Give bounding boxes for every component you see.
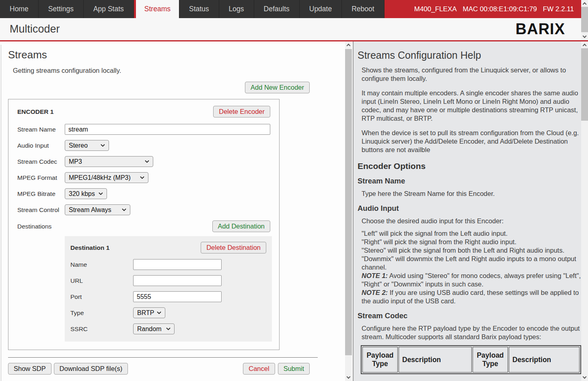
destination-ssrc-select[interactable]: Random xyxy=(133,323,175,334)
nav-tab-home[interactable]: Home xyxy=(0,0,39,18)
device-firmware: FW 2.2.11 xyxy=(543,5,574,13)
note-label: NOTE 1: xyxy=(362,272,388,279)
page-scrollbar-thumb[interactable] xyxy=(581,48,588,121)
mpeg-format-label: MPEG Format xyxy=(17,174,65,181)
chevron-down-icon xyxy=(157,311,161,314)
destination-type-label: Type xyxy=(70,309,133,317)
mpeg-bitrate-value: 320 kbps xyxy=(69,190,95,198)
table-header-description: Description xyxy=(399,347,472,373)
stream-name-input[interactable] xyxy=(65,124,270,135)
nav-tab-app-stats[interactable]: App Stats xyxy=(84,0,134,18)
barix-logo: BARIX xyxy=(516,21,565,38)
nav-tab-streams[interactable]: Streams xyxy=(134,0,179,18)
table-header-description: Description xyxy=(509,347,580,373)
add-new-encoder-button[interactable]: Add New Encoder xyxy=(245,82,310,93)
help-panel: Streams Configuration Help Shows the str… xyxy=(353,41,588,381)
destination-port-label: Port xyxy=(70,293,133,301)
mpeg-bitrate-select[interactable]: 320 kbps xyxy=(65,188,107,199)
stream-codec-help-heading: Stream Codec xyxy=(358,311,582,320)
stream-codec-value: MP3 xyxy=(69,158,82,165)
nav-tab-reboot[interactable]: Reboot xyxy=(342,0,384,18)
header-scrollbar[interactable] xyxy=(581,0,588,40)
destination-ssrc-value: Random xyxy=(137,325,161,333)
nav-tab-update[interactable]: Update xyxy=(300,0,342,18)
footer-divider xyxy=(8,357,318,358)
add-destination-button[interactable]: Add Destination xyxy=(212,220,271,232)
help-line: "Left" will pick the signal from the Lef… xyxy=(362,229,582,238)
scroll-down-icon[interactable] xyxy=(581,374,588,381)
destinations-label: Destinations xyxy=(17,223,65,230)
table-header-payload-type: Payload Type xyxy=(362,347,398,373)
destination-type-value: BRTP xyxy=(137,309,154,317)
help-note-2: NOTE 2: If you are using USB audio card,… xyxy=(362,288,582,305)
device-info-bar: M400_FLEXA MAC 00:08:E1:09:C1:79 FW 2.2.… xyxy=(384,0,581,18)
mpeg-bitrate-label: MPEG Bitrate xyxy=(17,190,65,198)
streams-heading: Streams xyxy=(8,49,352,61)
chevron-down-icon xyxy=(122,208,126,211)
mpeg-format-select[interactable]: MPEG1/48kHz (MP3) xyxy=(65,172,148,183)
page-scrollbar[interactable] xyxy=(581,41,588,381)
destination-url-label: URL xyxy=(70,277,133,284)
stream-name-help-heading: Stream Name xyxy=(358,177,582,185)
help-paragraph: It may contain multiple encoders. A sing… xyxy=(362,89,582,123)
stream-codec-help-text: Configure here the RTP payload type by t… xyxy=(362,324,582,341)
note-label: NOTE 2: xyxy=(362,289,388,296)
scroll-down-icon[interactable] xyxy=(345,374,352,381)
destination-title: Destination 1 xyxy=(70,244,109,251)
stream-control-value: Stream Always xyxy=(69,206,111,214)
help-paragraph: When the device is set to pull its strea… xyxy=(362,129,582,154)
help-note-1: NOTE 1: Avoid using "Stereo" for mono co… xyxy=(362,272,582,288)
audio-input-label: Audio Input xyxy=(17,142,65,149)
submit-button[interactable]: Submit xyxy=(278,363,310,375)
cancel-button[interactable]: Cancel xyxy=(243,363,275,375)
stream-name-label: Stream Name xyxy=(17,126,65,133)
scroll-up-icon[interactable] xyxy=(581,41,588,48)
delete-encoder-button[interactable]: Delete Encoder xyxy=(213,106,270,117)
stream-control-label: Stream Control xyxy=(17,206,65,214)
streams-form-frame: Streams Getting streams configuration lo… xyxy=(0,41,352,381)
scroll-up-icon[interactable] xyxy=(581,0,588,7)
streams-subtitle: Getting streams configuration locally. xyxy=(13,67,352,74)
destination-url-input[interactable] xyxy=(133,275,222,286)
help-line: "Downmix" will downmix the Left and Righ… xyxy=(362,255,582,272)
nav-tab-status[interactable]: Status xyxy=(179,0,219,18)
frame-edge-divider xyxy=(1,45,1,381)
help-line: "Stereo" will pick the signal from both … xyxy=(362,246,582,255)
chevron-down-icon xyxy=(101,144,105,147)
download-sdp-button[interactable]: Download SDP file(s) xyxy=(54,363,128,375)
header-scrollbar-thumb[interactable] xyxy=(581,7,588,32)
help-paragraph: Shows the streams, configured from the L… xyxy=(362,66,582,83)
main-nav: Home Settings App Stats Streams Status L… xyxy=(0,0,581,18)
audio-input-select[interactable]: Stereo xyxy=(65,140,109,151)
stream-control-select[interactable]: Stream Always xyxy=(65,204,130,215)
chevron-down-icon xyxy=(166,327,171,330)
scroll-up-icon[interactable] xyxy=(345,41,352,48)
encoder-options-heading: Encoder Options xyxy=(358,161,582,171)
nav-tab-logs[interactable]: Logs xyxy=(219,0,254,18)
nav-tab-settings[interactable]: Settings xyxy=(39,0,84,18)
payload-types-table: Payload Type Description Payload Type De… xyxy=(361,345,581,374)
audio-input-value: Stereo xyxy=(69,142,88,149)
form-scrollbar-thumb[interactable] xyxy=(345,49,352,355)
page-title: Multicoder xyxy=(10,23,60,35)
destination-ssrc-label: SSRC xyxy=(70,325,133,333)
nav-tab-defaults[interactable]: Defaults xyxy=(254,0,300,18)
note-text: Avoid using "Stereo" for mono codecs, al… xyxy=(362,272,581,288)
device-mac: MAC 00:08:E1:09:C1:79 xyxy=(463,5,537,13)
stream-codec-select[interactable]: MP3 xyxy=(65,156,153,167)
encoder-title: ENCODER 1 xyxy=(17,108,53,115)
header-frame: Home Settings App Stats Streams Status L… xyxy=(0,0,588,41)
destination-name-input[interactable] xyxy=(133,259,222,270)
help-title: Streams Configuration Help xyxy=(358,49,582,61)
delete-destination-button[interactable]: Delete Destination xyxy=(201,242,266,253)
destination-port-input[interactable] xyxy=(133,291,222,302)
destination-type-select[interactable]: BRTP xyxy=(133,307,165,318)
scroll-down-icon[interactable] xyxy=(581,33,588,40)
form-scrollbar[interactable] xyxy=(345,41,352,381)
device-name: M400_FLEXA xyxy=(414,5,457,13)
show-sdp-button[interactable]: Show SDP xyxy=(8,363,51,375)
chevron-down-icon xyxy=(140,176,144,179)
mpeg-format-value: MPEG1/48kHz (MP3) xyxy=(69,174,131,181)
stream-codec-label: Stream Codec xyxy=(17,158,65,165)
table-header-payload-type: Payload Type xyxy=(473,347,508,373)
